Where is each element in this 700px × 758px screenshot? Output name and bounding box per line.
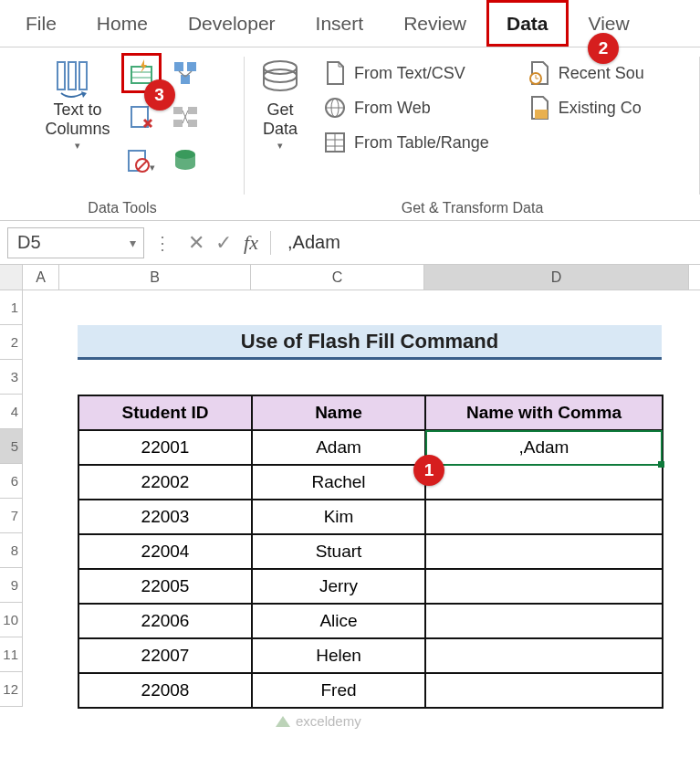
- flash-fill-button[interactable]: 3: [121, 53, 162, 93]
- text-to-columns-icon: [54, 57, 101, 99]
- table-cell[interactable]: Rachel: [252, 465, 425, 500]
- svg-rect-1: [68, 62, 76, 89]
- tab-bar: File Home Developer Insert Review Data V…: [0, 0, 700, 47]
- column-header-row: A B C D: [0, 265, 700, 290]
- table-cell[interactable]: 22004: [78, 534, 252, 569]
- recent-sources-label: Recent Sou: [559, 64, 644, 83]
- table-cell[interactable]: 22006: [78, 604, 252, 638]
- from-table-range-button[interactable]: From Table/Range: [318, 128, 495, 157]
- chevron-down-icon: ▾: [75, 140, 80, 152]
- table-cell[interactable]: 22005: [78, 569, 252, 604]
- recent-sources-button[interactable]: Recent Sou: [522, 58, 650, 88]
- table-cell[interactable]: Alice: [252, 604, 425, 638]
- header-name: Name: [252, 395, 425, 430]
- from-web-button[interactable]: From Web: [318, 93, 495, 122]
- grid: 1 2 3 4 5 6 7 8 9 10 11 12 Use of Flash …: [0, 290, 700, 707]
- globe-icon: [323, 95, 347, 121]
- accept-formula-button[interactable]: ✓: [210, 231, 237, 255]
- row-header[interactable]: 5: [0, 429, 23, 464]
- row-header[interactable]: 8: [0, 533, 23, 568]
- group-data-tools: Text toColumns ▾ 3: [0, 47, 245, 220]
- data-validation-icon: ▾: [126, 147, 157, 174]
- cancel-formula-button[interactable]: ✕: [183, 231, 210, 255]
- row-header[interactable]: 2: [0, 325, 23, 360]
- table-cell[interactable]: 22008: [78, 673, 252, 708]
- file-icon: [528, 95, 551, 121]
- text-to-columns-label: Text toColumns: [45, 100, 110, 138]
- row-header[interactable]: 11: [0, 637, 23, 672]
- tab-data[interactable]: Data: [486, 0, 569, 47]
- name-box[interactable]: D5 ▾: [7, 227, 144, 258]
- row-header[interactable]: 7: [0, 499, 23, 533]
- relationships-icon: [172, 103, 199, 131]
- table-cell[interactable]: Helen: [252, 638, 425, 673]
- select-all-corner[interactable]: [0, 265, 23, 290]
- table-cell[interactable]: [425, 500, 663, 534]
- row-header[interactable]: 3: [0, 360, 23, 395]
- table-cell[interactable]: ,Adam: [425, 430, 663, 465]
- table-cell[interactable]: [425, 604, 663, 638]
- from-web-label: From Web: [354, 99, 431, 118]
- tab-developer[interactable]: Developer: [168, 0, 296, 47]
- data-validation-button[interactable]: ▾: [121, 141, 162, 181]
- row-header-col: 1 2 3 4 5 6 7 8 9 10 11 12: [0, 290, 23, 707]
- svg-rect-13: [188, 120, 197, 127]
- col-header-D[interactable]: D: [424, 265, 689, 290]
- col-header-A[interactable]: A: [23, 265, 59, 290]
- svg-rect-11: [188, 107, 197, 114]
- table-cell[interactable]: [425, 534, 663, 569]
- row-header[interactable]: 6: [0, 464, 23, 499]
- table-icon: [323, 130, 347, 155]
- svg-rect-12: [173, 120, 183, 127]
- table-cell[interactable]: [425, 465, 663, 500]
- tab-insert[interactable]: Insert: [296, 0, 384, 47]
- chevron-down-icon[interactable]: ▾: [130, 236, 136, 250]
- sheet-area[interactable]: Use of Flash Fill Command Student ID Nam…: [23, 290, 700, 707]
- from-text-csv-button[interactable]: From Text/CSV: [318, 58, 495, 88]
- ribbon: Text toColumns ▾ 3: [0, 47, 700, 221]
- existing-connections-label: Existing Co: [559, 99, 642, 118]
- formula-input[interactable]: ,Adam: [277, 232, 693, 253]
- group-label-data-tools: Data Tools: [88, 200, 156, 216]
- table-cell[interactable]: [425, 569, 663, 604]
- manage-data-model-button[interactable]: [165, 141, 205, 181]
- tab-review[interactable]: Review: [383, 0, 486, 47]
- row-header[interactable]: 1: [0, 290, 23, 325]
- table-cell[interactable]: 22002: [78, 465, 252, 500]
- table-cell[interactable]: Adam: [252, 430, 425, 465]
- svg-rect-31: [535, 110, 548, 119]
- data-table: Student ID Name Name with Comma 22001Ada…: [78, 395, 663, 709]
- table-cell[interactable]: [425, 638, 663, 673]
- row-header[interactable]: 12: [0, 672, 23, 707]
- existing-connections-button[interactable]: Existing Co: [522, 93, 650, 122]
- table-cell[interactable]: 22007: [78, 638, 252, 673]
- table-cell[interactable]: [425, 673, 663, 708]
- table-cell[interactable]: 22001: [78, 430, 252, 465]
- header-name-comma: Name with Comma: [425, 395, 663, 430]
- table-cell[interactable]: Stuart: [252, 534, 425, 569]
- chevron-down-icon: ▾: [277, 140, 283, 152]
- col-header-C[interactable]: C: [251, 265, 424, 290]
- col-header-B[interactable]: B: [59, 265, 251, 290]
- row-header[interactable]: 4: [0, 395, 23, 429]
- step-badge-1: 1: [413, 455, 444, 486]
- row-header[interactable]: 9: [0, 568, 23, 603]
- table-cell[interactable]: Kim: [252, 500, 425, 534]
- insert-function-button[interactable]: fx: [237, 231, 265, 255]
- table-cell[interactable]: Fred: [252, 673, 425, 708]
- step-badge-3: 3: [144, 79, 175, 111]
- svg-rect-7: [187, 62, 196, 71]
- watermark: exceldemy: [274, 712, 361, 729]
- text-to-columns-button[interactable]: Text toColumns ▾: [39, 53, 115, 155]
- get-data-button[interactable]: GetData ▾: [252, 53, 308, 155]
- table-cell[interactable]: Jerry: [252, 569, 425, 604]
- svg-text:▾: ▾: [150, 162, 155, 173]
- step-badge-2: 2: [588, 33, 619, 64]
- group-label-get-transform: Get & Transform Data: [402, 200, 544, 216]
- row-header[interactable]: 10: [0, 603, 23, 637]
- tab-file[interactable]: File: [5, 0, 77, 47]
- tab-home[interactable]: Home: [77, 0, 168, 47]
- table-cell[interactable]: 22003: [78, 500, 252, 534]
- divider: [270, 231, 271, 255]
- logo-icon: [274, 712, 292, 729]
